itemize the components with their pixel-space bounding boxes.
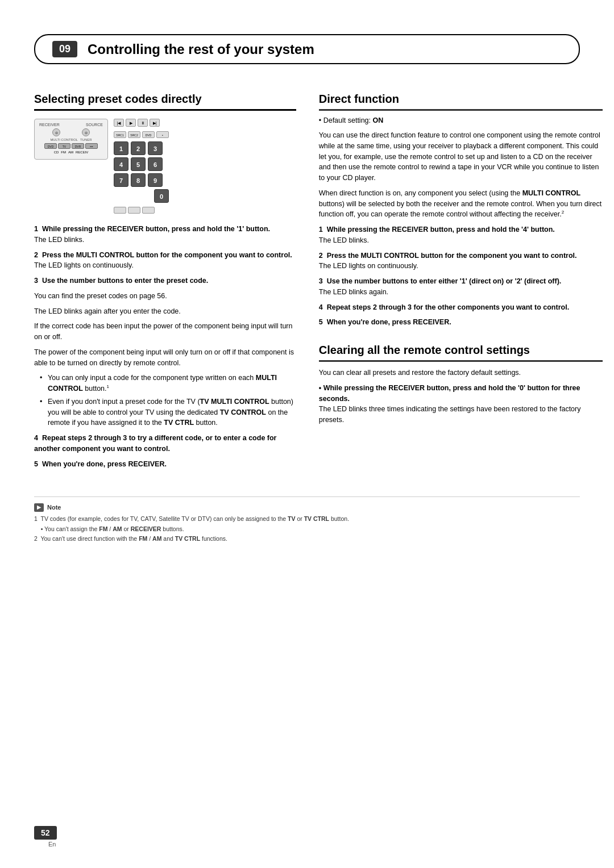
key-2: 2 — [131, 141, 146, 155]
note-section: ▶ Note 1 TV codes (for example, codes fo… — [34, 496, 580, 544]
numpad: |◀ ▶ ⏸ ▶| SRC1 SRC2 DVD • 1 — [114, 119, 169, 215]
source-3: DVD — [142, 131, 155, 138]
numpad-row-3: 7 8 9 — [114, 173, 169, 187]
chapter-header: 09 Controlling the rest of your system — [34, 34, 580, 64]
key-8: 8 — [131, 173, 146, 187]
remote-left-panel: RECEIVER SOURCE ⊙ ⊙ MULTI CONTROL TUNER … — [34, 119, 108, 160]
source-1: SRC1 — [114, 131, 126, 138]
mc-dvr: DVR — [72, 143, 84, 149]
multicontrol-text: MULTI CONTROL — [50, 138, 78, 141]
key-1: 1 — [114, 141, 128, 155]
tuner-text: TUNER — [80, 138, 92, 141]
transport-prev: |◀ — [114, 119, 124, 127]
note-item-1: 1 TV codes (for example, codes for TV, C… — [34, 515, 580, 524]
df-step-5: 5 When you're done, press RECEIVER. — [319, 317, 603, 328]
clearing-title: Clearing all the remote control settings — [319, 344, 603, 362]
numpad-row-2: 4 5 6 — [114, 157, 169, 171]
note-icon: ▶ — [34, 503, 44, 512]
fm-label: FM — [61, 151, 66, 154]
note-header: ▶ Note — [34, 503, 580, 512]
direct-function-para1: You can use the direct function feature … — [319, 130, 603, 183]
numpad-row-0: 0 — [114, 189, 169, 203]
source-2: SRC2 — [128, 131, 140, 138]
source-row: SRC1 SRC2 DVD • — [114, 131, 169, 138]
key-6: 6 — [148, 157, 163, 171]
transport-pause: ⏸ — [138, 119, 148, 127]
left-section-title: Selecting preset codes directly — [34, 93, 296, 111]
direct-function-para2: When direct function is on, any componen… — [319, 188, 603, 220]
note-item-bullet: • You can't assign the FM / AM or RECEIV… — [34, 525, 580, 534]
page-lang: En — [48, 841, 56, 848]
chapter-title: Controlling the rest of your system — [88, 41, 314, 57]
two-column-layout: Selecting preset codes directly RECEIVER… — [34, 93, 580, 474]
btn-round-2: ⊙ — [82, 128, 90, 136]
mc-dvd: DVD — [44, 143, 57, 149]
bot-2 — [128, 207, 140, 214]
clearing-step: • While pressing the RECEIVER button, pr… — [319, 383, 603, 425]
source-4: • — [156, 131, 169, 138]
key-4: 4 — [114, 157, 128, 171]
step-4: 4 Repeat steps 2 through 3 to try a diff… — [34, 433, 296, 454]
bot-1 — [114, 207, 126, 214]
key-9: 9 — [148, 173, 163, 187]
transport-row: |◀ ▶ ⏸ ▶| — [114, 119, 169, 127]
step-2: 2 Press the MULTI CONTROL button for the… — [34, 250, 296, 272]
chapter-number: 09 — [52, 41, 77, 57]
step-3-sub1: You can find the preset codes on page 56… — [34, 291, 296, 302]
key-7: 7 — [114, 173, 128, 187]
bullet-list: You can only input a code for the compon… — [40, 373, 296, 428]
step-3-sub2: The LED blinks again after you enter the… — [34, 306, 296, 317]
bullet-2: Even if you don't input a preset code fo… — [40, 397, 296, 428]
step-3-sub4: The power of the component being input w… — [34, 347, 296, 369]
note-item-2: 2 You can't use direct function with the… — [34, 535, 580, 544]
note-label: Note — [47, 503, 61, 512]
receiv-label: RECEIV — [76, 151, 88, 154]
step-3-sub3: If the correct code has been input the p… — [34, 321, 296, 343]
df-step-1: 1 While pressing the RECEIVER button, pr… — [319, 224, 603, 246]
bullet-1: You can only input a code for the compon… — [40, 373, 296, 394]
cd-label: CD — [54, 151, 59, 154]
clearing-para: You can clear all presets and restore th… — [319, 368, 603, 378]
page-number: 52 — [34, 826, 57, 840]
mc-other: ••• — [85, 143, 98, 149]
bot-3 — [142, 207, 155, 214]
remote-illustration: RECEIVER SOURCE ⊙ ⊙ MULTI CONTROL TUNER … — [34, 119, 296, 215]
source-label: SOURCE — [86, 123, 103, 127]
direct-function-title: Direct function — [319, 93, 603, 111]
btn-round-1: ⊙ — [52, 128, 60, 136]
bottom-source-row — [114, 207, 169, 214]
key-0: 0 — [154, 189, 169, 203]
transport-next: ▶| — [150, 119, 160, 127]
step-3: 3 Use the number buttons to enter the pr… — [34, 276, 296, 286]
numpad-row-1: 1 2 3 — [114, 141, 169, 155]
df-step-4: 4 Repeat steps 2 through 3 for the other… — [319, 302, 603, 313]
clearing-section: Clearing all the remote control settings… — [319, 344, 603, 425]
page-container: 09 Controlling the rest of your system S… — [0, 0, 614, 868]
am-label: AM — [68, 151, 73, 154]
key-3: 3 — [148, 141, 163, 155]
transport-play: ▶ — [126, 119, 136, 127]
key-5: 5 — [131, 157, 146, 171]
receiver-label: RECEIVER — [39, 123, 60, 127]
df-step-2: 2 Press the MULTI CONTROL button for the… — [319, 251, 603, 272]
step-5: 5 When you're done, press RECEIVER. — [34, 459, 296, 470]
right-column: Direct function • Default setting: ON Yo… — [319, 93, 603, 474]
mc-tv: TV — [58, 143, 70, 149]
step-1: 1 While pressing the RECEIVER button, pr… — [34, 224, 296, 245]
df-step-3: 3 Use the number buttons to enter either… — [319, 276, 603, 298]
default-setting: • Default setting: ON — [319, 116, 603, 124]
left-column: Selecting preset codes directly RECEIVER… — [34, 93, 296, 474]
